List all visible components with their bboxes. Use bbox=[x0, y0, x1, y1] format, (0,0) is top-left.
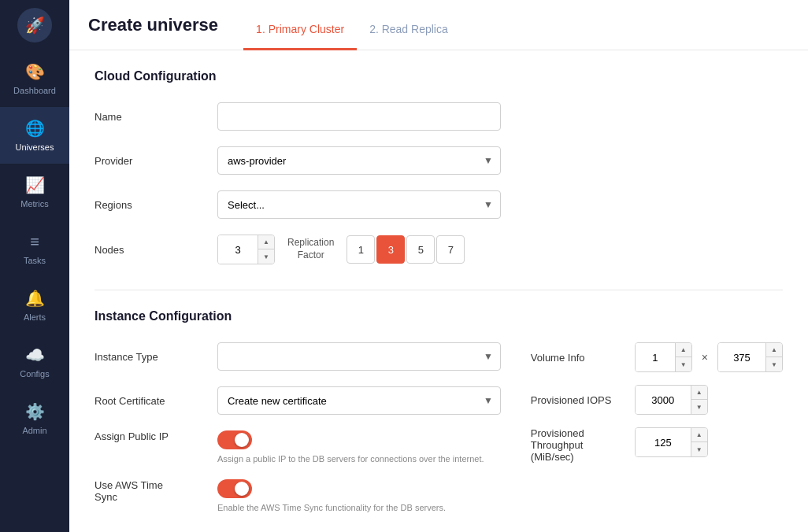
aws-time-toggle-wrapper bbox=[217, 479, 446, 498]
tab-read-replica[interactable]: 2. Read Replica bbox=[357, 0, 461, 50]
volume-count-decrement[interactable]: ▼ bbox=[676, 357, 691, 371]
volume-count-input[interactable] bbox=[636, 343, 675, 371]
aws-time-control: Enable the AWS Time Sync functionality f… bbox=[217, 479, 446, 512]
root-cert-select[interactable]: Create new certificate bbox=[217, 386, 501, 415]
provisioned-iops-increment[interactable]: ▲ bbox=[691, 386, 707, 400]
sidebar-item-dashboard-label: Dashboard bbox=[13, 86, 56, 95]
rf-button-1[interactable]: 1 bbox=[347, 235, 375, 264]
instance-type-select[interactable] bbox=[217, 342, 501, 371]
regions-select[interactable]: Select... bbox=[217, 190, 501, 219]
assign-ip-control: Assign a public IP to the DB servers for… bbox=[217, 430, 484, 464]
toggle-thumb bbox=[235, 433, 249, 447]
instance-type-select-wrapper: ▼ bbox=[217, 342, 501, 371]
configs-icon: ☁️ bbox=[25, 345, 45, 364]
regions-label: Regions bbox=[95, 199, 205, 211]
regions-control: Select... ▼ bbox=[217, 190, 501, 219]
instance-config-section: Instance Configuration Instance Type ▼ bbox=[95, 309, 783, 528]
provisioned-throughput-buttons: ▲ ▼ bbox=[691, 428, 707, 456]
root-cert-select-wrapper: Create new certificate ▼ bbox=[217, 386, 501, 415]
provisioned-throughput-decrement[interactable]: ▼ bbox=[691, 442, 707, 456]
aws-time-sync-row: Use AWS TimeSync Enable the AWS Time Syn… bbox=[95, 479, 506, 512]
sidebar-item-tasks[interactable]: ≡ Tasks bbox=[0, 220, 69, 277]
provisioned-iops-decrement[interactable]: ▼ bbox=[691, 400, 707, 414]
provisioned-iops-buttons: ▲ ▼ bbox=[691, 386, 707, 414]
admin-icon: ⚙️ bbox=[25, 402, 45, 421]
instance-config-right: Volume Info ▲ ▼ × bbox=[531, 342, 783, 528]
root-cert-label: Root Certificate bbox=[95, 395, 205, 407]
nodes-decrement-button[interactable]: ▼ bbox=[258, 249, 274, 264]
logo-icon bbox=[17, 8, 52, 42]
rf-button-3[interactable]: 3 bbox=[376, 235, 405, 264]
name-control bbox=[217, 102, 501, 131]
sidebar-item-admin-label: Admin bbox=[22, 426, 46, 435]
volume-count-increment[interactable]: ▲ bbox=[676, 343, 691, 357]
nodes-increment-button[interactable]: ▲ bbox=[258, 235, 274, 249]
volume-count-stepper: ▲ ▼ bbox=[635, 342, 692, 372]
instance-type-label: Instance Type bbox=[95, 351, 205, 363]
name-input[interactable] bbox=[217, 102, 501, 131]
sidebar-item-configs[interactable]: ☁️ Configs bbox=[0, 334, 69, 390]
root-cert-control: Create new certificate ▼ bbox=[217, 386, 501, 415]
provisioned-throughput-increment[interactable]: ▲ bbox=[691, 428, 707, 442]
instance-config-columns: Instance Type ▼ Root Certific bbox=[95, 342, 783, 528]
root-cert-row: Root Certificate Create new certificate … bbox=[95, 386, 506, 415]
assign-ip-row: Assign Public IP Assign a public IP to t… bbox=[95, 430, 506, 464]
provider-select-wrapper: aws-provider ▼ bbox=[217, 146, 501, 175]
provider-control: aws-provider ▼ bbox=[217, 146, 501, 175]
assign-ip-label: Assign Public IP bbox=[95, 430, 205, 442]
sidebar-item-configs-label: Configs bbox=[20, 369, 49, 379]
provisioned-throughput-stepper: ▲ ▼ bbox=[635, 427, 708, 457]
volume-info-controls: ▲ ▼ × ▲ ▼ bbox=[635, 342, 783, 372]
replication-factor-buttons: 1 3 5 7 bbox=[347, 235, 465, 264]
instance-config-left: Instance Type ▼ Root Certific bbox=[95, 342, 506, 528]
assign-ip-hint: Assign a public IP to the DB servers for… bbox=[217, 454, 484, 464]
header: Create universe 1. Primary Cluster 2. Re… bbox=[69, 0, 808, 50]
section-divider bbox=[95, 290, 783, 290]
sidebar: 🎨 Dashboard 🌐 Universes 📈 Metrics ≡ Task… bbox=[0, 0, 69, 532]
provisioned-throughput-label: ProvisionedThroughput(MiB/sec) bbox=[531, 427, 625, 463]
volume-size-buttons: ▲ ▼ bbox=[765, 343, 782, 371]
provisioned-iops-input[interactable] bbox=[636, 386, 691, 414]
logo bbox=[0, 0, 69, 50]
replication-factor-label: ReplicationFactor bbox=[287, 237, 334, 261]
alerts-icon: 🔔 bbox=[25, 289, 45, 308]
provisioned-throughput-input[interactable] bbox=[636, 428, 691, 456]
sidebar-item-alerts[interactable]: 🔔 Alerts bbox=[0, 277, 69, 334]
volume-size-increment[interactable]: ▲ bbox=[766, 343, 782, 357]
regions-row: Regions Select... ▼ bbox=[95, 190, 783, 219]
aws-time-toggle[interactable] bbox=[217, 479, 252, 498]
sidebar-item-dashboard[interactable]: 🎨 Dashboard bbox=[0, 50, 69, 107]
multiply-symbol: × bbox=[699, 351, 711, 364]
assign-ip-toggle[interactable] bbox=[217, 430, 252, 449]
name-label: Name bbox=[95, 111, 205, 123]
nodes-input[interactable] bbox=[218, 235, 258, 264]
provider-select[interactable]: aws-provider bbox=[217, 146, 501, 175]
instance-config-title: Instance Configuration bbox=[95, 309, 783, 323]
tab-primary-cluster[interactable]: 1. Primary Cluster bbox=[243, 0, 357, 50]
provisioned-iops-label: Provisioned IOPS bbox=[531, 394, 625, 406]
volume-info-label: Volume Info bbox=[531, 352, 625, 364]
nodes-stepper-buttons: ▲ ▼ bbox=[258, 235, 274, 264]
volume-size-input[interactable] bbox=[718, 343, 765, 371]
provider-row: Provider aws-provider ▼ bbox=[95, 146, 783, 175]
volume-info-row: Volume Info ▲ ▼ × bbox=[531, 342, 783, 372]
volume-count-buttons: ▲ ▼ bbox=[675, 343, 691, 371]
aws-time-label: Use AWS TimeSync bbox=[95, 479, 205, 503]
metrics-icon: 📈 bbox=[25, 175, 45, 194]
page-title: Create universe bbox=[88, 15, 218, 35]
sidebar-item-admin[interactable]: ⚙️ Admin bbox=[0, 390, 69, 447]
aws-time-toggle-thumb bbox=[235, 482, 249, 496]
dashboard-icon: 🎨 bbox=[25, 62, 45, 81]
provisioned-iops-row: Provisioned IOPS ▲ ▼ bbox=[531, 385, 783, 415]
provisioned-throughput-row: ProvisionedThroughput(MiB/sec) ▲ ▼ bbox=[531, 427, 783, 463]
sidebar-item-universes-label: Universes bbox=[16, 142, 54, 152]
rf-button-7[interactable]: 7 bbox=[436, 235, 465, 264]
rf-button-5[interactable]: 5 bbox=[406, 235, 435, 264]
assign-ip-toggle-wrapper bbox=[217, 430, 484, 449]
sidebar-item-universes[interactable]: 🌐 Universes bbox=[0, 107, 69, 164]
volume-size-decrement[interactable]: ▼ bbox=[766, 357, 782, 371]
sidebar-item-metrics[interactable]: 📈 Metrics bbox=[0, 164, 69, 220]
sidebar-item-metrics-label: Metrics bbox=[20, 199, 48, 209]
nodes-stepper: ▲ ▼ bbox=[217, 235, 275, 264]
cloud-config-section: Cloud Configuration Name Provider aws-pr… bbox=[95, 69, 783, 264]
